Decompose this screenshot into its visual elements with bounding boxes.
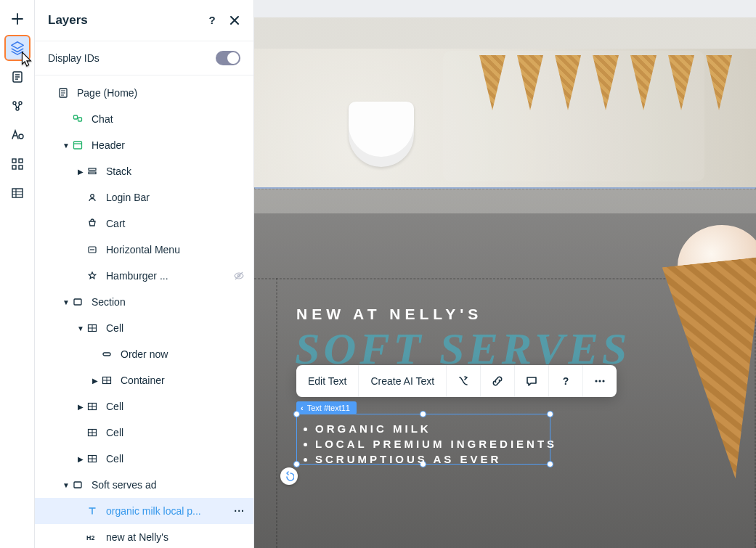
cone-icon	[479, 55, 505, 110]
chevron-right-icon[interactable]: ▶	[76, 168, 86, 176]
layer-item[interactable]: Cell	[35, 420, 253, 446]
layer-item[interactable]: Cart	[35, 210, 253, 237]
layer-item[interactable]: ▼Header	[35, 132, 253, 158]
cone-icon	[668, 55, 694, 110]
display-ids-label: Display IDs	[48, 52, 216, 64]
layer-item[interactable]: ▼Soft serves ad	[35, 472, 253, 498]
layer-item[interactable]: ▶Cell	[35, 446, 253, 472]
share-button[interactable]	[4, 93, 31, 119]
chevron-right-icon[interactable]: ▶	[76, 403, 86, 411]
svg-rect-15	[89, 168, 96, 171]
left-toolbar	[0, 0, 35, 548]
undo-badge[interactable]	[280, 467, 298, 485]
resize-handle[interactable]	[293, 461, 300, 467]
section-icon	[71, 297, 84, 307]
resize-handle[interactable]	[420, 411, 426, 417]
canvas[interactable]: NEW AT NELLY'S SOFT SERVES Edit Text Cre…	[254, 0, 756, 548]
svg-point-30	[596, 380, 598, 382]
cone-icon	[517, 55, 543, 110]
cone-icon	[593, 55, 619, 110]
layer-label: Container	[121, 375, 245, 386]
canvas-top-bar	[254, 0, 756, 17]
cart-icon	[86, 218, 99, 229]
chevron-down-icon[interactable]: ▼	[61, 142, 71, 150]
layer-label: Cell	[106, 453, 245, 465]
chat-icon	[71, 114, 84, 124]
help-icon[interactable]: ?	[206, 14, 219, 27]
layer-label: Stack	[106, 165, 245, 177]
svg-rect-8	[19, 165, 23, 169]
widgets-button[interactable]	[4, 151, 31, 177]
layer-label: Hamburger ...	[106, 270, 233, 282]
chevron-right-icon[interactable]: ▶	[76, 455, 86, 463]
stack-icon	[86, 166, 99, 176]
svg-point-3	[16, 107, 19, 110]
layer-item[interactable]: Order now	[35, 341, 253, 367]
selection-tag-text: Text #text11	[307, 404, 350, 412]
layer-item[interactable]: Hamburger ...	[35, 263, 253, 289]
layer-label: new at Nelly's	[106, 531, 245, 543]
svg-rect-22	[103, 353, 110, 356]
text-style-button[interactable]	[4, 122, 31, 148]
bullet-item: Local premium ingredients	[315, 436, 557, 451]
layer-label: Chat	[92, 113, 245, 125]
layer-item[interactable]: Horizontal Menu	[35, 237, 253, 263]
svg-rect-13	[78, 118, 82, 121]
bullet-item: Organic milk	[315, 421, 557, 436]
display-ids-toggle[interactable]	[216, 51, 240, 65]
help-icon[interactable]: ?	[549, 365, 583, 397]
layer-label: Section	[92, 296, 245, 308]
comment-icon[interactable]	[515, 365, 549, 397]
menu-icon	[86, 245, 99, 255]
resize-handle[interactable]	[293, 411, 300, 417]
layers-button[interactable]	[4, 35, 31, 61]
link-icon[interactable]	[481, 365, 515, 397]
cone-icon	[706, 55, 732, 110]
layer-item[interactable]: ▼Section	[35, 289, 253, 315]
layers-panel: Layers ? Display IDs Page (Home)Chat▼Hea…	[35, 0, 254, 548]
close-icon[interactable]	[229, 15, 240, 26]
pill-icon	[100, 349, 113, 359]
more-icon[interactable]: ···	[234, 505, 245, 517]
svg-point-17	[91, 195, 94, 198]
resize-handle[interactable]	[547, 411, 553, 417]
animation-icon[interactable]	[447, 365, 481, 397]
more-icon[interactable]	[583, 365, 617, 397]
layer-item[interactable]: ▶Stack	[35, 158, 253, 184]
chevron-down-icon[interactable]: ▼	[76, 324, 86, 332]
layer-item[interactable]: H2new at Nelly's	[35, 524, 253, 548]
user-icon	[86, 192, 99, 203]
layer-label: Cell	[106, 427, 245, 438]
layer-item[interactable]: ▶Container	[35, 367, 253, 393]
layer-item[interactable]: ▼Cell	[35, 315, 253, 341]
headline-small[interactable]: NEW AT NELLY'S	[296, 306, 482, 323]
chevron-down-icon[interactable]: ▼	[61, 298, 71, 306]
layer-item[interactable]: organic milk local p...···	[35, 498, 253, 524]
cell-icon	[86, 401, 99, 412]
section-divider	[254, 187, 756, 189]
create-ai-text-button[interactable]: Create AI Text	[359, 365, 447, 397]
chevron-down-icon[interactable]: ▼	[61, 481, 71, 489]
selection-tag[interactable]: Text #text11	[296, 401, 357, 414]
layer-item[interactable]: Chat	[35, 106, 253, 132]
chevron-right-icon[interactable]: ▶	[90, 377, 100, 385]
layer-label: Horizontal Menu	[106, 244, 245, 255]
layer-item[interactable]: Page (Home)	[35, 80, 253, 106]
layer-item[interactable]: Login Bar	[35, 184, 253, 210]
document-button[interactable]	[4, 64, 31, 90]
add-button[interactable]	[4, 6, 31, 32]
display-ids-row: Display IDs	[35, 41, 253, 75]
layer-label: Cart	[106, 218, 245, 229]
table-button[interactable]	[4, 180, 31, 206]
svg-rect-6	[19, 159, 23, 163]
hidden-icon[interactable]	[233, 270, 245, 282]
svg-rect-20	[74, 299, 81, 305]
layer-item[interactable]: ▶Cell	[35, 393, 253, 420]
selected-text-bullets[interactable]: Organic milk Local premium ingredients S…	[304, 421, 557, 467]
svg-point-31	[599, 380, 601, 382]
svg-text:?: ?	[208, 14, 215, 26]
layer-label: Header	[92, 139, 245, 151]
cell-icon	[100, 375, 113, 385]
edit-text-button[interactable]: Edit Text	[296, 365, 359, 397]
svg-rect-14	[74, 142, 82, 149]
